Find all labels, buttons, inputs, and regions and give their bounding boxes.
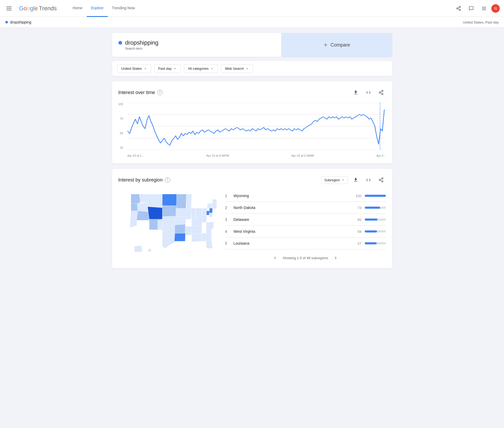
- rank-bar: [365, 195, 386, 197]
- rank-score: 100: [354, 194, 362, 198]
- ranking-item: 2 North Dakota 73: [225, 202, 386, 214]
- compare-label: Compare: [330, 42, 350, 48]
- search-term-text: dropshipping: [10, 20, 31, 24]
- state-co-part: [158, 219, 162, 230]
- state-nc: [206, 222, 214, 229]
- map-section: 1 Wyoming 100 2 North Dakota 73: [118, 190, 386, 262]
- location-filter[interactable]: United States: [117, 64, 151, 73]
- search-type-filter[interactable]: Web Search: [221, 64, 253, 73]
- feedback-button[interactable]: [466, 3, 477, 14]
- svg-point-5: [382, 90, 383, 92]
- state-mn: [176, 194, 186, 209]
- time-filter[interactable]: Past day: [154, 64, 181, 73]
- nav-explore[interactable]: Explore: [87, 0, 108, 17]
- state-md: [209, 213, 212, 217]
- rank-score: 60: [354, 218, 362, 222]
- state-hi: [147, 249, 151, 252]
- state-va: [201, 216, 207, 222]
- search-card-info: dropshipping Search term: [125, 39, 159, 50]
- pagination: Showing 1-5 of 49 subregions: [225, 249, 386, 262]
- rank-bar: [365, 207, 380, 209]
- svg-point-0: [459, 6, 461, 7]
- state-ks: [162, 225, 175, 234]
- rank-name: Delaware: [234, 217, 350, 222]
- state-id: [137, 202, 149, 212]
- category-filter[interactable]: All categories: [184, 64, 218, 73]
- subregion-filter-label: Subregion: [324, 178, 340, 182]
- svg-line-4: [458, 7, 459, 8]
- nav-trending[interactable]: Trending Now: [108, 0, 139, 17]
- y-label-75: 75: [118, 117, 123, 120]
- embed-subregion-button[interactable]: [364, 175, 373, 185]
- svg-line-9: [380, 91, 382, 92]
- state-ar: [185, 226, 192, 235]
- card-actions-subregion: Subregion: [321, 175, 386, 185]
- logo-google-text: Google: [19, 5, 38, 12]
- apps-button[interactable]: [479, 3, 489, 14]
- chart-y-axis: 100 75 50 25: [118, 103, 125, 157]
- search-card: dropshipping Search term Compare: [112, 33, 392, 57]
- rank-bar-container: [365, 242, 386, 244]
- svg-point-7: [382, 93, 383, 95]
- subregion-filter: Subregion: [321, 176, 348, 184]
- share-button[interactable]: [453, 3, 464, 14]
- state-oh: [196, 208, 202, 218]
- subregion-help-icon[interactable]: ?: [165, 177, 170, 183]
- rank-score: 57: [354, 241, 362, 245]
- svg-point-1: [457, 8, 458, 9]
- rank-number: 3: [225, 217, 230, 222]
- interest-by-subregion-title: Interest by subregion: [118, 177, 163, 183]
- rank-score: 73: [354, 206, 362, 210]
- state-wa: [131, 194, 140, 204]
- search-card-inner: dropshipping Search term Compare: [112, 33, 392, 57]
- svg-point-18: [382, 181, 383, 182]
- share-chart-button[interactable]: [376, 88, 386, 97]
- state-al: [201, 233, 206, 241]
- download-subregion-button[interactable]: [351, 175, 360, 185]
- search-location-time: United States, Past day: [463, 20, 499, 24]
- state-wv: [206, 211, 209, 215]
- state-ak: [134, 245, 142, 252]
- category-filter-label: All categories: [188, 67, 209, 71]
- subregion-select[interactable]: Subregion: [321, 176, 348, 184]
- share-subregion-button[interactable]: [376, 175, 386, 185]
- state-mt: [146, 194, 162, 208]
- ranking-item: 4 West Virginia 58: [225, 226, 386, 238]
- rank-name: Louisiana: [234, 241, 350, 245]
- embed-button[interactable]: [364, 88, 373, 97]
- rank-bar: [365, 230, 377, 232]
- state-ne: [162, 216, 176, 226]
- nav-home[interactable]: Home: [68, 0, 87, 17]
- x-label-2: Apr 24 at 5:38AM: [291, 154, 314, 157]
- rank-name: North Dakota: [234, 206, 350, 210]
- chart-area: Apr 23 at 1... Apr 23 at 9:46PM Apr 24 a…: [127, 103, 386, 157]
- state-or: [131, 203, 138, 211]
- rank-bar: [365, 218, 377, 221]
- state-ny: [207, 203, 212, 208]
- state-wi: [186, 194, 192, 209]
- location-filter-label: United States: [121, 67, 142, 71]
- header-left: Google Trends Home Explore Trending Now: [4, 0, 139, 17]
- rank-number: 5: [225, 241, 230, 245]
- main-content: dropshipping Search term Compare United …: [107, 28, 397, 279]
- rank-bar: [365, 242, 377, 244]
- header: Google Trends Home Explore Trending Now …: [0, 0, 504, 17]
- chart-wrapper: 100 75 50 25 A: [118, 103, 386, 157]
- logo[interactable]: Google Trends: [19, 5, 57, 12]
- user-avatar[interactable]: N: [491, 4, 500, 13]
- help-icon[interactable]: ?: [157, 90, 163, 95]
- y-label-25: 25: [118, 146, 123, 149]
- logo-trends-text: Trends: [39, 5, 57, 12]
- header-nav: Home Explore Trending Now: [68, 0, 139, 17]
- svg-point-6: [379, 92, 380, 93]
- prev-page-button[interactable]: [271, 254, 279, 262]
- compare-button[interactable]: Compare: [281, 33, 392, 57]
- download-button[interactable]: [351, 88, 360, 97]
- search-type-label: Web Search: [225, 67, 244, 71]
- next-page-button[interactable]: [331, 254, 340, 262]
- state-de-area: [209, 208, 212, 213]
- search-term-pill: dropshipping: [5, 20, 31, 24]
- menu-icon[interactable]: [4, 4, 14, 12]
- pagination-label: Showing 1-5 of 49 subregions: [283, 256, 328, 260]
- ranking-item: 1 Wyoming 100: [225, 190, 386, 202]
